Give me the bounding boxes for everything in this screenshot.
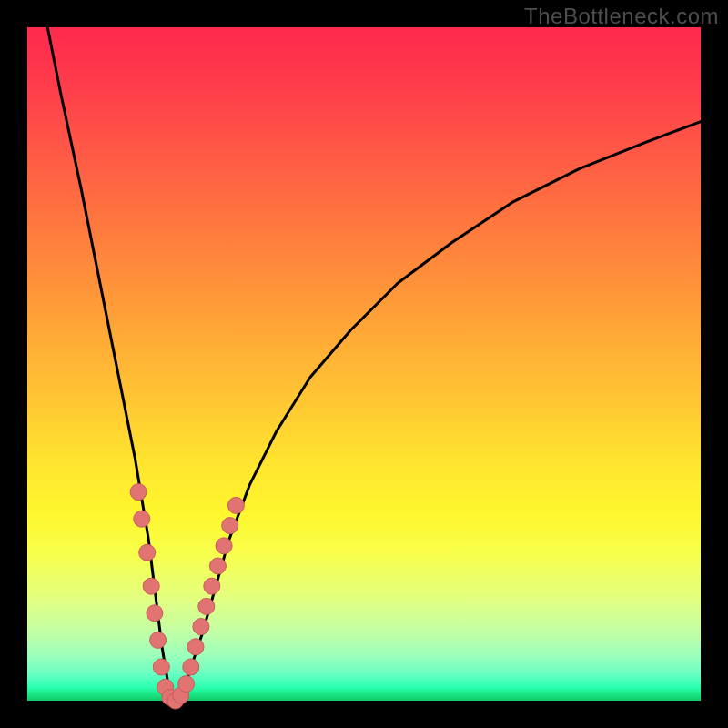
watermark-text: TheBottleneck.com xyxy=(524,4,719,29)
data-point xyxy=(147,605,163,622)
data-point xyxy=(178,676,195,693)
bottleneck-curve-path xyxy=(47,27,701,701)
chart-frame: TheBottleneck.com xyxy=(0,0,728,728)
data-point xyxy=(193,619,209,635)
data-point xyxy=(150,632,167,648)
data-point xyxy=(153,659,169,675)
data-point xyxy=(222,518,238,534)
plot-area xyxy=(27,27,701,701)
data-point xyxy=(183,659,199,675)
bottleneck-curve xyxy=(47,27,701,701)
data-point xyxy=(143,578,159,594)
data-point xyxy=(130,484,147,500)
data-point xyxy=(187,639,204,655)
data-point xyxy=(198,598,215,614)
data-point xyxy=(204,578,220,594)
data-point xyxy=(139,544,156,561)
data-point xyxy=(228,497,244,513)
data-point xyxy=(216,538,232,554)
data-point xyxy=(209,558,226,574)
curve-layer xyxy=(27,27,701,701)
data-point xyxy=(134,511,150,527)
